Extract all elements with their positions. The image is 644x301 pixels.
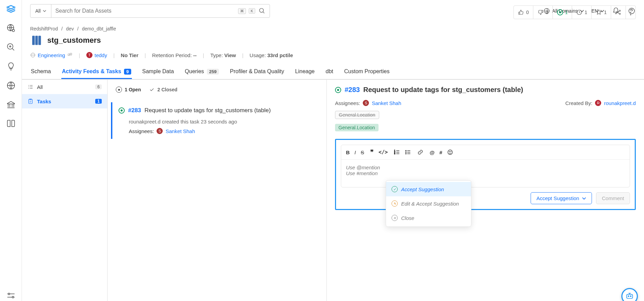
action-bar: 0 0 1 1 1 (513, 5, 636, 19)
share-button[interactable] (611, 6, 626, 19)
menu-close[interactable]: ✕ Close (386, 211, 471, 225)
close-circle-icon: ✕ (392, 215, 398, 221)
book-icon[interactable] (5, 118, 16, 129)
owner-link[interactable]: teddy (95, 52, 107, 58)
breadcrumb-mid[interactable]: dev (66, 26, 74, 31)
mention-icon[interactable]: @ (430, 149, 435, 155)
bank-icon[interactable] (5, 99, 16, 110)
svg-rect-13 (68, 54, 70, 56)
tab-custom-properties[interactable]: Custom Properties (344, 65, 391, 79)
svg-rect-32 (627, 295, 632, 299)
globe-icon[interactable] (5, 80, 16, 91)
tier-value: No Tier (121, 52, 138, 58)
editor-highlight-box: B I S ❞ </> 123 (335, 139, 636, 210)
creator-avatar: R (595, 100, 601, 106)
tab-schema[interactable]: Schema (30, 65, 52, 79)
svg-point-28 (406, 153, 406, 154)
menu-edit-accept[interactable]: ✎ Edit & Accept Suggestion (386, 196, 471, 211)
breadcrumb-root[interactable]: RedshiftProd (30, 26, 58, 31)
hashtag-icon[interactable]: # (439, 149, 442, 155)
task-card[interactable]: #283 Request to update tags for stg_cust… (111, 102, 323, 139)
ordered-list-icon[interactable]: 123 (394, 149, 400, 155)
detail-assignee-link[interactable]: Sanket Shah (372, 100, 401, 106)
tab-dbt[interactable]: dbt (325, 65, 334, 79)
editor-toolbar: B I S ❞ </> 123 (341, 145, 630, 160)
suggestion-dropdown: ✓ Accept Suggestion ✎ Edit & Accept Sugg… (386, 180, 471, 227)
bold-icon[interactable]: B (346, 149, 350, 155)
activity-badge: 9 (124, 69, 131, 75)
explore-globe-icon[interactable] (5, 23, 16, 34)
filter-all[interactable]: All 6 (22, 80, 107, 94)
task-created: rounakpreet.d created this task 23 secon… (129, 119, 317, 125)
lightbulb-icon[interactable] (5, 61, 16, 72)
svg-point-27 (406, 152, 406, 153)
svg-point-20 (630, 12, 631, 13)
svg-point-30 (449, 152, 450, 152)
thumbs-up-button[interactable]: 0 (514, 6, 533, 19)
task-detail-panel: #283 Request to update tags for stg_cust… (327, 80, 644, 301)
open-filter[interactable]: 1 Open (116, 87, 141, 93)
sliders-icon[interactable] (5, 290, 16, 301)
assignees-label: Assignees: (129, 128, 154, 134)
page-title: stg_customers (47, 36, 101, 45)
editor-textarea[interactable]: Use @mention Use #mention ✓ Accept Sugge… (341, 160, 630, 187)
kbd-cmd: ⌘ (238, 8, 246, 14)
svg-point-33 (628, 296, 629, 297)
quote-icon[interactable]: ❞ (370, 148, 374, 156)
retention-value: -- (193, 52, 197, 58)
svg-rect-10 (35, 36, 38, 45)
svg-point-31 (451, 152, 451, 152)
italic-icon[interactable]: I (355, 149, 356, 155)
kbd-k: K (249, 8, 255, 14)
filter-sidebar: All 6 Tasks 1 (22, 80, 108, 301)
svg-point-6 (260, 9, 264, 13)
closed-filter[interactable]: 2 Closed (149, 87, 177, 93)
creator-link[interactable]: rounakpreet.d (604, 100, 636, 106)
strike-icon[interactable]: S (361, 149, 364, 155)
search-scope-label: All (35, 8, 41, 14)
app-logo[interactable] (5, 3, 16, 14)
queries-badge: 259 (207, 69, 219, 75)
menu-accept-suggestion[interactable]: ✓ Accept Suggestion (386, 182, 471, 196)
comment-button: Comment (596, 192, 630, 204)
link-icon[interactable] (417, 149, 423, 155)
thumbs-down-button[interactable]: 0 (533, 6, 553, 19)
edit-circle-icon: ✎ (392, 200, 398, 207)
search-scope-select[interactable]: All (30, 4, 51, 17)
svg-rect-14 (70, 53, 72, 55)
table-icon (30, 34, 42, 47)
tab-lineage[interactable]: Lineage (295, 65, 315, 79)
type-label: Type: (210, 52, 223, 58)
svg-point-4 (8, 293, 10, 295)
search-input[interactable] (51, 8, 238, 14)
breadcrumb-leaf[interactable]: demo_dbt_jaffle (82, 26, 116, 31)
more-button[interactable] (626, 6, 635, 19)
unordered-list-icon[interactable] (405, 149, 411, 155)
watch-button[interactable]: 1 (572, 6, 592, 19)
star-button[interactable]: 1 (592, 6, 611, 19)
emoji-icon[interactable] (447, 149, 453, 155)
svg-point-5 (12, 296, 14, 298)
domain-link[interactable]: Engineering (38, 52, 65, 58)
code-icon[interactable]: </> (379, 149, 388, 155)
detail-task-title: Request to update tags for stg_customers… (363, 86, 523, 94)
accept-suggestion-button[interactable]: Accept Suggestion (531, 192, 592, 204)
open-tasks-button[interactable]: 1 (553, 6, 572, 19)
assignee-avatar: S (157, 128, 163, 134)
svg-rect-9 (32, 36, 35, 45)
owner-avatar: T (86, 52, 92, 58)
tab-activity[interactable]: Activity Feeds & Tasks9 (61, 65, 132, 79)
filter-tasks[interactable]: Tasks 1 (22, 94, 107, 108)
svg-point-29 (448, 150, 453, 155)
detail-assignee-avatar: S (363, 100, 369, 106)
tag-added: General.Location (335, 124, 379, 131)
filter-all-count: 6 (95, 84, 102, 89)
assignee-link[interactable]: Sanket Shah (165, 128, 195, 134)
search-icon[interactable] (5, 42, 16, 53)
usage-value: 33rd pctile (267, 52, 293, 58)
usage-label: Usage: (250, 52, 266, 58)
search-submit-icon[interactable] (258, 7, 266, 15)
tab-profiler[interactable]: Profiler & Data Quality (229, 65, 285, 79)
tab-sample-data[interactable]: Sample Data (141, 65, 175, 79)
tab-queries[interactable]: Queries259 (184, 65, 220, 79)
